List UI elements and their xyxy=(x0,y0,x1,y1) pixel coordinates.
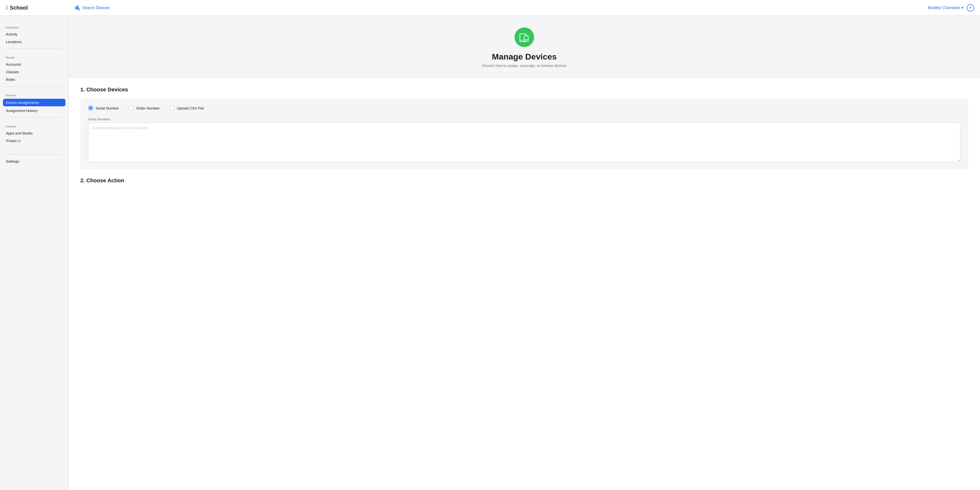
serial-numbers-field: Serial Numbers xyxy=(88,117,960,163)
radio-upload-csv[interactable]: Upload CSV File xyxy=(170,106,204,110)
devices-section-label: Devices xyxy=(0,89,68,98)
topbar-logo-area:  School xyxy=(6,5,75,11)
radio-order-number[interactable]: Order Number xyxy=(129,106,160,110)
radio-upload-csv-label: Upload CSV File xyxy=(177,106,204,110)
radio-group-choose-devices: Serial Number Order Number Upload CSV Fi… xyxy=(88,106,960,110)
school-title: School xyxy=(10,5,28,11)
radio-serial-number-label: Serial Number xyxy=(95,106,119,110)
sidebar-item-apps-and-books[interactable]: Apps and Books xyxy=(0,129,68,137)
radio-serial-number-circle xyxy=(88,106,93,110)
main-content: Manage Devices Choose how to assign, una… xyxy=(68,16,980,490)
topbar-right: Bradley Chambers ▾ ? xyxy=(928,4,974,11)
sidebar-item-roles[interactable]: Roles xyxy=(0,76,68,83)
divider-3 xyxy=(6,117,62,118)
sidebar: Institution Activity Locations People Ac… xyxy=(0,16,68,490)
devices-icon xyxy=(519,32,530,43)
sidebar-item-settings[interactable]: Settings xyxy=(0,158,68,165)
user-menu-button[interactable]: Bradley Chambers ▾ xyxy=(928,5,964,10)
svg-rect-0 xyxy=(75,6,76,10)
hero-section: Manage Devices Choose how to assign, una… xyxy=(68,16,980,78)
help-button[interactable]: ? xyxy=(967,4,974,11)
hero-icon-circle xyxy=(514,27,534,47)
svg-line-4 xyxy=(80,10,80,10)
sidebar-item-device-assignments[interactable]: Device Assignments xyxy=(3,99,65,106)
svg-rect-1 xyxy=(76,6,77,10)
radio-serial-number[interactable]: Serial Number xyxy=(88,106,119,110)
topbar:  School Search Devices Bradley Chambers… xyxy=(0,0,980,16)
sidebar-item-classes[interactable]: Classes xyxy=(0,68,68,76)
content-area: 1. Choose Devices Serial Number Order Nu… xyxy=(68,78,980,199)
radio-upload-csv-circle xyxy=(170,106,175,110)
sidebar-item-itunes-u[interactable]: iTunes U xyxy=(0,137,68,145)
search-devices-button[interactable]: Search Devices xyxy=(75,5,928,11)
chevron-down-icon: ▾ xyxy=(961,5,963,10)
search-icon xyxy=(75,5,80,11)
hero-subtitle: Choose how to assign, unassign, or relea… xyxy=(482,64,567,68)
section2-title: 2. Choose Action xyxy=(80,177,968,184)
radio-order-number-label: Order Number xyxy=(136,106,160,110)
serial-numbers-label: Serial Numbers xyxy=(88,117,960,121)
sidebar-item-assignment-history[interactable]: Assignment History xyxy=(0,107,68,115)
sidebar-item-locations[interactable]: Locations xyxy=(0,38,68,46)
hero-title: Manage Devices xyxy=(492,52,557,62)
serial-numbers-textarea[interactable] xyxy=(88,123,960,162)
main-layout: Institution Activity Locations People Ac… xyxy=(0,16,980,490)
radio-order-number-circle xyxy=(129,106,134,110)
user-name-label: Bradley Chambers xyxy=(928,6,961,10)
institution-section-label: Institution xyxy=(0,22,68,30)
sidebar-item-activity[interactable]: Activity xyxy=(0,30,68,38)
apple-logo-icon:  xyxy=(6,5,8,11)
section1-title: 1. Choose Devices xyxy=(80,86,968,93)
people-section-label: People xyxy=(0,52,68,60)
section1-card: Serial Number Order Number Upload CSV Fi… xyxy=(80,99,968,170)
svg-rect-7 xyxy=(524,36,528,41)
sidebar-item-accounts[interactable]: Accounts xyxy=(0,60,68,68)
content-section-label: Content xyxy=(0,121,68,129)
search-label: Search Devices xyxy=(82,6,110,10)
